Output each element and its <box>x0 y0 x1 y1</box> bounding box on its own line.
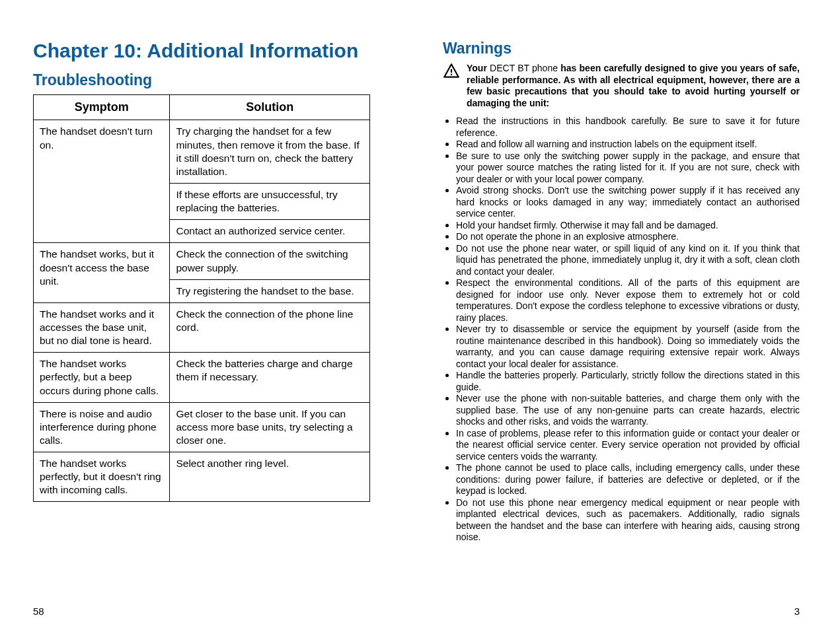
table-row: There is noise and audio interference du… <box>34 402 370 452</box>
section-title-warnings: Warnings <box>443 40 800 57</box>
list-item: Avoid strong shocks. Don't use the switc… <box>443 185 800 220</box>
list-item: Do not use this phone near emergency med… <box>443 497 800 543</box>
svg-rect-0 <box>451 69 452 73</box>
list-item: Read and follow all warning and instruct… <box>443 139 800 151</box>
table-row: The handset works perfectly, but it does… <box>34 452 370 502</box>
troubleshooting-table: Symptom Solution The handset doesn't tur… <box>33 94 370 502</box>
list-item: The phone cannot be used to place calls,… <box>443 462 800 497</box>
solution-cell: Contact an authorized service center. <box>170 220 370 243</box>
page-number-left: 58 <box>33 599 370 617</box>
list-item: Never try to disassemble or service the … <box>443 324 800 370</box>
warning-intro: Your DECT BT phone has been carefully de… <box>443 63 800 109</box>
symptom-cell: The handset works, but it doesn't access… <box>34 243 170 302</box>
table-row: The handset doesn't turn on. Try chargin… <box>34 120 370 184</box>
solution-cell: Try registering the handset to the base. <box>170 279 370 302</box>
symptom-cell: The handset doesn't turn on. <box>34 120 170 243</box>
page-number-right: 3 <box>443 599 800 617</box>
warning-bullet-list: Read the instructions in this handbook c… <box>443 116 800 543</box>
symptom-cell: The handset works perfectly, but a beep … <box>34 353 170 402</box>
solution-cell: Check the batteries charge and charge th… <box>170 353 370 402</box>
warning-intro-text: Your DECT BT phone has been carefully de… <box>467 63 800 109</box>
solution-cell: If these efforts are unsuccessful, try r… <box>170 183 370 219</box>
intro-model: DECT BT phone <box>490 63 558 73</box>
symptom-cell: The handset works and it accesses the ba… <box>34 302 170 352</box>
list-item: Handle the batteries properly. Particula… <box>443 370 800 393</box>
list-item: Never use the phone with non-suitable ba… <box>443 393 800 428</box>
left-page: Chapter 10: Additional Information Troub… <box>33 40 370 617</box>
right-page: Warnings Your DECT BT phone has been car… <box>443 40 800 617</box>
svg-rect-1 <box>451 74 452 75</box>
solution-cell: Get closer to the base unit. If you can … <box>170 402 370 452</box>
list-item: Do not operate the phone in an explosive… <box>443 231 800 243</box>
symptom-cell: There is noise and audio interference du… <box>34 402 170 452</box>
list-item: Do not use the phone near water, or spil… <box>443 243 800 278</box>
list-item: In case of problems, please refer to thi… <box>443 428 800 463</box>
solution-cell: Select another ring level. <box>170 452 370 502</box>
list-item: Be sure to use only the switching power … <box>443 151 800 186</box>
th-symptom: Symptom <box>34 95 170 120</box>
th-solution: Solution <box>170 95 370 120</box>
warning-icon <box>443 63 460 109</box>
solution-cell: Check the connection of the phone line c… <box>170 302 370 352</box>
chapter-title: Chapter 10: Additional Information <box>33 40 370 62</box>
table-row: The handset works, but it doesn't access… <box>34 243 370 279</box>
list-item: Read the instructions in this handbook c… <box>443 116 800 139</box>
table-row: The handset works perfectly, but a beep … <box>34 353 370 402</box>
section-title-troubleshooting: Troubleshooting <box>33 71 370 89</box>
symptom-cell: The handset works perfectly, but it does… <box>34 452 170 502</box>
solution-cell: Check the connection of the switching po… <box>170 243 370 279</box>
table-row: The handset works and it accesses the ba… <box>34 302 370 352</box>
solution-cell: Try charging the handset for a few minut… <box>170 120 370 184</box>
list-item: Respect the environmental conditions. Al… <box>443 277 800 324</box>
list-item: Hold your handset firmly. Otherwise it m… <box>443 220 800 232</box>
intro-prefix: Your <box>467 63 490 73</box>
